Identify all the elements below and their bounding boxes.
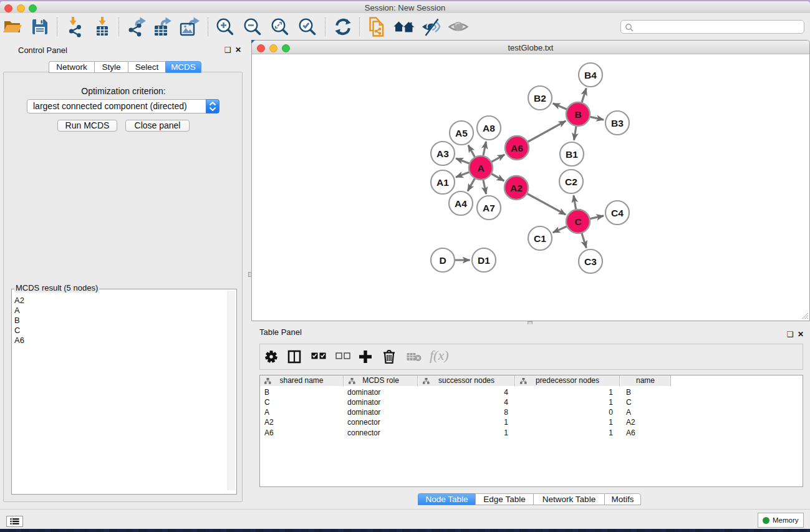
svg-text:A7: A7 [483,203,495,213]
svg-text:A3: A3 [436,148,449,159]
svg-text:D: D [439,255,446,266]
svg-text:C: C [574,216,581,227]
svg-text:B4: B4 [584,70,597,80]
svg-text:A2: A2 [510,183,523,193]
svg-text:B: B [574,109,581,120]
svg-text:C1: C1 [534,233,546,244]
svg-text:A: A [477,163,484,173]
svg-text:A1: A1 [436,177,449,188]
svg-text:C3: C3 [584,256,597,267]
svg-text:A4: A4 [455,198,467,209]
svg-text:A5: A5 [455,128,468,138]
svg-text:D1: D1 [478,255,490,266]
svg-text:C4: C4 [611,208,624,218]
svg-text:B2: B2 [534,93,546,104]
svg-text:B3: B3 [611,118,624,128]
svg-text:C2: C2 [565,177,577,187]
svg-text:B1: B1 [566,149,578,160]
svg-text:A6: A6 [511,143,523,153]
svg-text:A8: A8 [483,123,495,133]
